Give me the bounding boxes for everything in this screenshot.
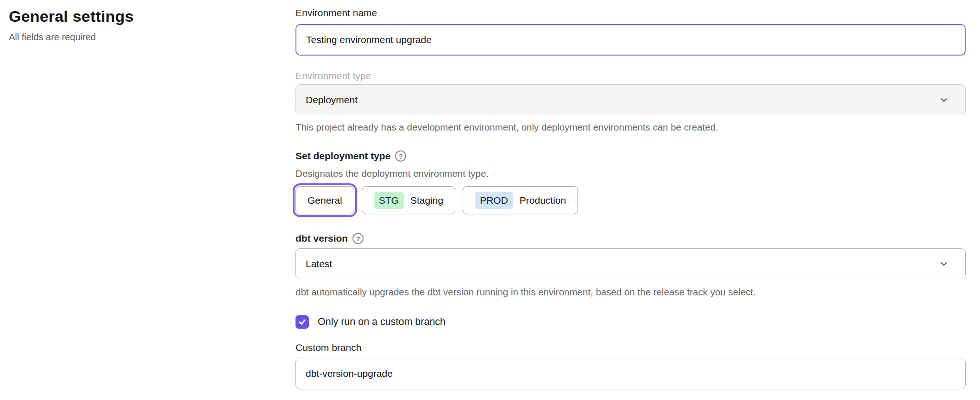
dbt-version-helper: dbt automatically upgrades the dbt versi… [295, 286, 966, 299]
question-circle-icon[interactable]: ? [395, 150, 406, 162]
environment-type-label: Environment type [295, 69, 966, 82]
environment-name-input[interactable] [295, 24, 966, 56]
deployment-type-staging-label: Staging [410, 195, 443, 206]
dbt-version-label: dbt version [295, 232, 348, 245]
dbt-version-label-row: dbt version ? [295, 232, 966, 245]
deployment-type-staging-button[interactable]: STG Staging [362, 186, 455, 214]
custom-branch-input[interactable] [295, 358, 966, 389]
dbt-version-value: Latest [306, 258, 939, 269]
deployment-type-label-row: Set deployment type ? [295, 150, 966, 162]
environment-name-label: Environment name [295, 6, 966, 19]
deployment-type-general-label: General [308, 195, 342, 206]
custom-branch-checkbox[interactable] [295, 315, 309, 329]
custom-branch-checkbox-row: Only run on a custom branch [295, 315, 966, 329]
deployment-type-production-label: Production [520, 195, 566, 206]
custom-branch-checkbox-label[interactable]: Only run on a custom branch [318, 316, 446, 328]
dbt-version-select[interactable]: Latest [295, 248, 966, 279]
general-settings-form: Environment name Environment type Deploy… [295, 6, 966, 389]
deployment-type-helper: Designates the deployment environment ty… [295, 167, 966, 180]
deployment-type-production-button[interactable]: PROD Production [463, 186, 578, 214]
deployment-type-options: General STG Staging PROD Production [295, 186, 966, 214]
deployment-type-label: Set deployment type [295, 150, 390, 162]
environment-type-helper: This project already has a development e… [295, 121, 966, 134]
production-badge: PROD [475, 192, 513, 209]
question-circle-icon[interactable]: ? [352, 233, 364, 244]
custom-branch-label: Custom branch [295, 341, 966, 354]
page-header: General settings All fields are required [9, 7, 268, 43]
chevron-down-icon [939, 259, 949, 269]
staging-badge: STG [374, 192, 404, 209]
deployment-type-general-button[interactable]: General [295, 186, 354, 214]
checkmark-icon [298, 318, 306, 326]
environment-type-select: Deployment [295, 84, 966, 115]
page-subtitle: All fields are required [9, 32, 268, 43]
page-title: General settings [9, 7, 268, 25]
chevron-down-icon [939, 95, 949, 105]
environment-type-value: Deployment [306, 94, 939, 106]
